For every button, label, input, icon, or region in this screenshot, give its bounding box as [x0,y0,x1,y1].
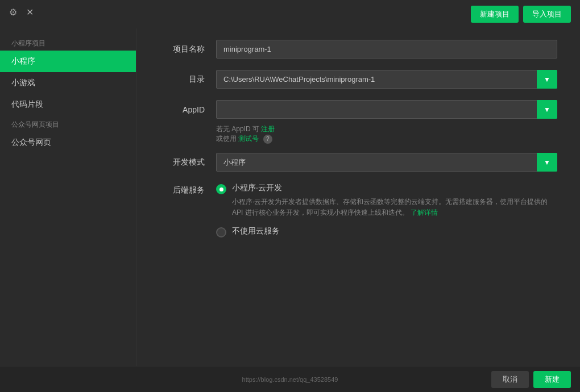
sidebar-item-miniprogram[interactable]: 小程序 [0,51,136,72]
label-backend: 后端服务 [159,183,205,248]
sidebar-section-miniprogram: 小程序项目 [0,34,136,51]
dir-select-wrapper: C:\Users\RUA\WeChatProjects\miniprogram-… [216,70,557,89]
appid-testno-link[interactable]: 测试号 [238,135,259,143]
radio-cloud-desc-text: 小程序·云开发为开发者提供数据库、存储和云函数等完整的云端支持。无需搭建服务器，… [232,198,548,216]
bottom-url: https://blog.csdn.net/qq_43528549 [242,376,338,383]
radio-cloud-title: 小程序·云开发 [232,183,557,193]
radio-cloud-content: 小程序·云开发 小程序·云开发为开发者提供数据库、存储和云函数等完整的云端支持。… [232,183,557,218]
radio-option-nocloud[interactable]: 不使用云服务 [216,226,557,240]
radio-cloud-circle[interactable] [216,184,226,194]
sidebar-item-codesnippet[interactable]: 代码片段 [0,94,136,115]
create-button[interactable]: 新建 [533,371,571,388]
sidebar-item-minigame[interactable]: 小游戏 [0,72,136,94]
bottom-bar: https://blog.csdn.net/qq_43528549 取消 新建 [0,366,580,392]
gear-icon[interactable]: ⚙ [9,7,17,18]
appid-or-text: 或使用 [216,135,237,143]
radio-cloud-desc: 小程序·云开发为开发者提供数据库、存储和云函数等完整的云端支持。无需搭建服务器，… [232,197,557,218]
close-icon[interactable]: ✕ [26,7,34,18]
form-row-devmode: 开发模式 小程序 ▼ [159,153,557,172]
label-dir: 目录 [159,74,205,85]
form-row-appid: AppID ▼ [159,100,557,119]
cancel-button[interactable]: 取消 [491,371,529,388]
backend-options: 小程序·云开发 小程序·云开发为开发者提供数据库、存储和云函数等完整的云端支持。… [216,183,557,248]
backend-section: 后端服务 小程序·云开发 小程序·云开发为开发者提供数据库、存储和云函数等完整的… [159,183,557,248]
label-project-name: 项目名称 [159,44,205,55]
top-bar: ⚙ ✕ 新建项目 导入项目 [0,0,580,28]
radio-nocloud-content: 不使用云服务 [232,226,557,240]
devmode-select-wrapper: 小程序 ▼ [216,153,557,172]
top-bar-icons: ⚙ ✕ [9,7,34,18]
main-layout: 小程序项目 小程序 小游戏 代码片段 公众号网页项目 公众号网页 👤 注销 › … [0,28,580,392]
appid-hint: 若无 AppID 可 注册 或使用 测试号 ? [216,124,557,144]
appid-hint-text: 若无 AppID 可 [216,125,259,133]
new-project-button[interactable]: 新建项目 [471,6,519,23]
label-appid: AppID [159,105,205,114]
sidebar-item-webpage[interactable]: 公众号网页 [0,132,136,153]
help-icon[interactable]: ? [263,135,272,144]
radio-nocloud-circle[interactable] [216,227,226,237]
appid-select[interactable] [216,100,557,119]
radio-option-cloud[interactable]: 小程序·云开发 小程序·云开发为开发者提供数据库、存储和云函数等完整的云端支持。… [216,183,557,218]
devmode-select[interactable]: 小程序 [216,153,557,172]
dir-select[interactable]: C:\Users\RUA\WeChatProjects\miniprogram-… [216,70,557,89]
label-devmode: 开发模式 [159,157,205,168]
appid-select-wrapper: ▼ [216,100,557,119]
radio-cloud-learn-link[interactable]: 了解详情 [411,208,438,216]
sidebar-section-webpage: 公众号网页项目 [0,115,136,132]
import-project-button[interactable]: 导入项目 [523,6,571,23]
content-area: 项目名称 目录 C:\Users\RUA\WeChatProjects\mini… [136,28,580,392]
form-row-name: 项目名称 [159,40,557,59]
form-row-dir: 目录 C:\Users\RUA\WeChatProjects\miniprogr… [159,70,557,89]
appid-register-link[interactable]: 注册 [261,125,275,133]
project-name-input[interactable] [216,40,557,59]
sidebar: 小程序项目 小程序 小游戏 代码片段 公众号网页项目 公众号网页 👤 注销 › [0,28,136,392]
radio-nocloud-title: 不使用云服务 [232,226,557,236]
